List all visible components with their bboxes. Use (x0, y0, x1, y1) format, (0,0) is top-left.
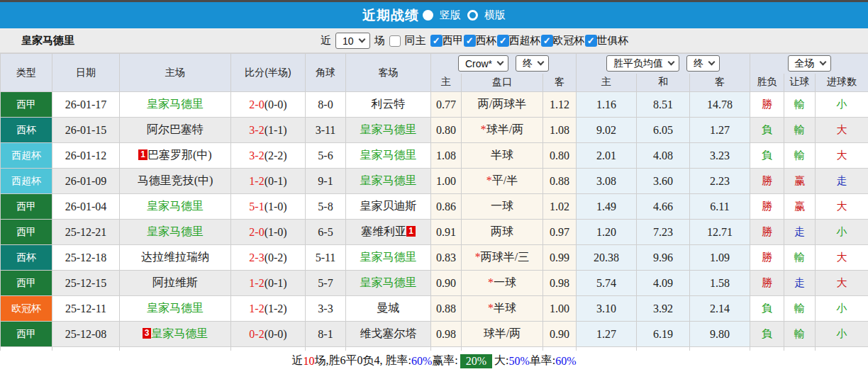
mean-draw: 7.23 (637, 220, 690, 245)
table-row: 西杯26-01-15阿尔巴塞特3-2(1-1)3-11皇家马德里0.80*球半/… (1, 118, 868, 143)
score: 2-0(1-0) (231, 220, 306, 245)
table-row: 西杯25-12-18达拉维拉瑞纳2-3(0-2)5-11皇家马德里0.83*两球… (1, 245, 868, 271)
match-date: 25-12-18 (52, 245, 120, 271)
handicap-line: 两/两球半 (462, 92, 543, 118)
crow-home-odds: 0.98 (431, 322, 462, 347)
wdl-stage-select[interactable]: 终 (686, 55, 720, 72)
crow-away-odds: 0.99 (543, 245, 577, 271)
wdl-select-group: 胜平负均值 终 (577, 54, 750, 74)
away-team: 皇家马德里 (346, 143, 431, 169)
match-date: 25-12-11 (52, 296, 120, 322)
crow-away-odds: 0.80 (543, 143, 577, 169)
away-team: 皇家马德里 (346, 118, 431, 143)
table-row: 西超杯26-01-121巴塞罗那(中)3-2(2-2)5-6皇家马德里1.08半… (1, 143, 868, 169)
summary-footer: 近10场,胜6平0负4, 胜率:60% 赢率:20% 大:50% 单率:60% (0, 351, 868, 372)
same-home-label[interactable]: 同主 (405, 34, 426, 47)
summary-segment: 20% (460, 354, 492, 368)
league-label[interactable]: 西超杯 (509, 34, 541, 47)
crow-home-odds: 0.86 (431, 194, 462, 220)
away-team: 利云特 (346, 92, 431, 118)
handicap-line: *一球 (462, 271, 543, 296)
league-filters: ✓西甲✓西杯✓西超杯✓欧冠杯✓世俱杯 (430, 34, 629, 47)
away-team: 皇家马德里 (346, 271, 431, 296)
mean-draw: 6.19 (637, 322, 690, 347)
handicap-line: *两球半/三 (462, 245, 543, 271)
match-count-select[interactable]: 10 (335, 33, 370, 49)
match-date: 26-01-04 (52, 194, 120, 220)
corners: 9-1 (306, 169, 346, 194)
chevron-down-icon (668, 59, 675, 66)
score: 0-2(0-0) (231, 322, 306, 347)
crow-home-odds: 1.08 (431, 143, 462, 169)
home-team: 皇家马德里 (120, 220, 231, 245)
handicap-line: 半球 (462, 143, 543, 169)
league-checkbox-西杯[interactable]: ✓ (464, 35, 476, 47)
league-label[interactable]: 世俱杯 (597, 34, 629, 47)
match-date: 26-01-12 (52, 143, 120, 169)
crow-stage-select[interactable]: 终 (516, 55, 549, 72)
results-table: 类型 日期 主场 比分(半场) 角球 客场 Crow* 终 胜平负均值 终 全场 (0, 53, 868, 351)
result-wdl: 勝 (750, 169, 784, 194)
result-handicap: 赢 (784, 169, 816, 194)
result-goals: 大 (816, 143, 868, 169)
result-handicap: 走 (784, 271, 816, 296)
result-handicap: 輸 (784, 322, 816, 347)
corners: 3-11 (306, 118, 346, 143)
result-wdl: 負 (750, 322, 784, 347)
mean-away: 1.09 (690, 245, 750, 271)
crow-home-odds: 0.88 (431, 296, 462, 322)
card-badge: 3 (143, 328, 152, 339)
match-type: 西甲 (1, 194, 52, 220)
league-label[interactable]: 西甲 (443, 34, 464, 47)
mean-away: 12.71 (690, 220, 750, 245)
home-team: 1巴塞罗那(中) (120, 143, 231, 169)
result-goals: 小 (816, 92, 868, 118)
league-checkbox-世俱杯[interactable]: ✓ (585, 35, 597, 47)
radio-horizontal[interactable] (467, 10, 478, 21)
radio-vertical-label[interactable]: 竖版 (440, 9, 461, 22)
mean-home: 1.49 (577, 194, 637, 220)
result-goals: 小 (816, 322, 868, 347)
radio-vertical-selected[interactable] (423, 10, 433, 21)
result-handicap: 輸 (784, 296, 816, 322)
fulltime-select[interactable]: 全场 (788, 55, 831, 72)
col-type: 类型 (1, 54, 52, 92)
match-type: 西超杯 (1, 169, 52, 194)
match-date: 26-01-15 (52, 118, 120, 143)
crow-away-odds: 1.00 (543, 296, 577, 322)
away-team: 皇家马德里 (346, 169, 431, 194)
mean-home: 9.02 (577, 118, 637, 143)
mean-draw: 3.60 (637, 169, 690, 194)
radio-horizontal-label[interactable]: 横版 (484, 9, 506, 22)
mean-away: 2.23 (690, 169, 750, 194)
home-team: 阿尔巴塞特 (120, 118, 231, 143)
mean-home: 1.20 (577, 220, 637, 245)
score: 3-2(1-1) (231, 118, 306, 143)
league-checkbox-欧冠杯[interactable]: ✓ (541, 35, 553, 47)
table-row: 西超杯26-01-09马德里竞技(中)1-2(0-1)9-1皇家马德里1.00*… (1, 169, 868, 194)
col-mean-away: 客 (690, 74, 750, 92)
home-team: 皇家马德里 (120, 194, 231, 220)
league-label[interactable]: 西杯 (476, 34, 497, 47)
same-home-checkbox[interactable] (389, 35, 401, 47)
mean-away: 1.58 (690, 271, 750, 296)
corners: 3-3 (306, 296, 346, 322)
match-date: 26-01-17 (52, 92, 120, 118)
result-goals: 大 (816, 118, 868, 143)
mean-home: 2.01 (577, 143, 637, 169)
league-checkbox-西甲[interactable]: ✓ (430, 35, 443, 47)
crow-select-group: Crow* 终 (431, 54, 577, 74)
corners: 6-5 (306, 220, 346, 245)
crow-away-odds: 0.98 (543, 271, 577, 296)
league-checkbox-西超杯[interactable]: ✓ (497, 35, 509, 47)
table-row: 西甲26-01-04皇家马德里5-1(1-0)5-8皇家贝迪斯0.86一球1.0… (1, 194, 868, 220)
summary-segment: 10 (303, 355, 314, 368)
league-label[interactable]: 欧冠杯 (553, 34, 585, 47)
crow-away-odds: 0.97 (543, 220, 577, 245)
wdl-mean-select[interactable]: 胜平负均值 (606, 55, 679, 72)
home-team: 皇家马德里 (120, 296, 231, 322)
bookmaker-select[interactable]: Crow* (458, 55, 508, 72)
fulltime-select-group: 全场 (750, 54, 868, 74)
result-handicap: 輸 (784, 118, 816, 143)
page-title: 近期战绩 (362, 6, 419, 25)
